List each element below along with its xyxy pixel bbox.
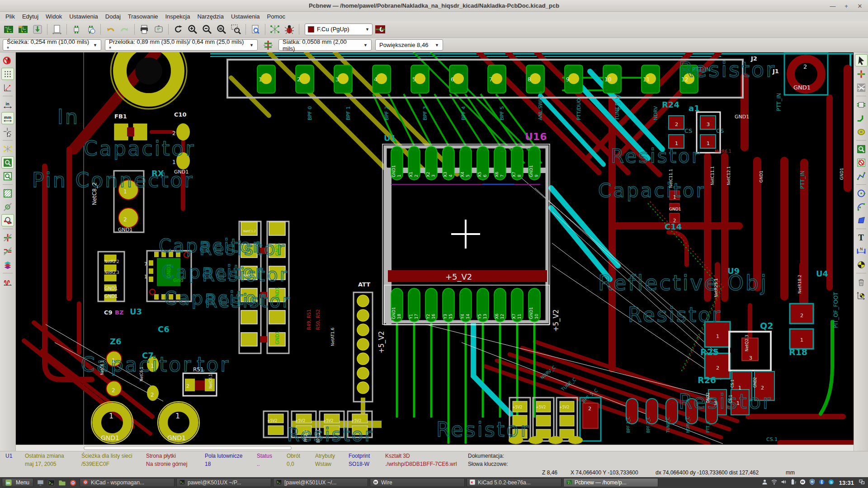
menu-trasowanie[interactable]: Trasowanie (124, 13, 162, 20)
pcb-text: 7 (489, 76, 493, 83)
drill-origin-icon[interactable] (855, 289, 868, 301)
menu-ustawienia[interactable]: Ustawienia (227, 13, 264, 20)
zones-nofill-icon[interactable] (1, 187, 14, 199)
redo-icon[interactable] (118, 23, 132, 36)
tracks-sketch-icon[interactable] (1, 245, 14, 257)
volume-icon[interactable] (780, 479, 787, 487)
zones-filled-icon[interactable] (1, 156, 14, 169)
pcb-canvas[interactable]: ResistorResistorCapacitorReflective ObjR… (16, 52, 854, 445)
polar-coords-icon[interactable] (1, 81, 14, 94)
battery-icon[interactable] (790, 479, 797, 487)
menu-narzdzia[interactable]: Narzędzia (193, 13, 227, 20)
svg-text:S: S (830, 480, 833, 484)
redraw-icon[interactable] (171, 23, 185, 36)
add-keepout-icon[interactable] (855, 156, 868, 169)
add-via-icon[interactable] (855, 126, 868, 138)
layers-manager-icon[interactable] (1, 258, 14, 271)
zoom-fit-icon[interactable] (215, 23, 228, 36)
add-graphic-line-icon[interactable] (855, 170, 868, 182)
zoom-select[interactable]: Powiększenie 8,46 ▼ (375, 39, 443, 51)
add-graphic-polygon-icon[interactable] (855, 214, 868, 226)
task-button[interactable]: [pawel@K501UX ~/... (273, 478, 368, 487)
menu-plik[interactable]: Plik (2, 13, 19, 20)
select-tool-icon[interactable] (855, 54, 868, 66)
add-zone-icon[interactable] (855, 143, 868, 155)
footprint-wizard-icon[interactable] (373, 23, 387, 36)
add-graphic-arc-icon[interactable] (855, 201, 868, 213)
drc-off-icon[interactable] (1, 54, 14, 66)
cursor-style-icon[interactable] (1, 126, 14, 138)
menu-pomoc[interactable]: Pomoc (264, 13, 289, 20)
add-text-icon[interactable]: T (855, 231, 868, 244)
zoom-selection-icon[interactable] (229, 23, 243, 36)
high-contrast-icon[interactable] (1, 214, 14, 226)
add-dimension-icon[interactable]: N (855, 245, 868, 257)
workspace-icon[interactable] (859, 479, 865, 487)
units-mm-icon[interactable]: mm (1, 112, 14, 124)
zones-outline-icon[interactable] (1, 170, 14, 182)
zoom-out-icon[interactable] (200, 23, 214, 36)
zoom-in-icon[interactable] (186, 23, 199, 36)
ratsnest-show-icon[interactable] (1, 143, 14, 155)
titlebar[interactable]: Pcbnew — /home/pawel/Pobrane/Nakladka_na… (0, 0, 868, 12)
shield-icon[interactable] (809, 479, 816, 487)
via-size-value: Przelotka: 0,89 mm (35,0 mils)/ 0,64 mm … (109, 38, 246, 52)
vias-sketch-icon[interactable] (1, 231, 14, 244)
menu-ustawienia[interactable]: Ustawienia (66, 13, 102, 20)
footprint-editor-icon[interactable] (70, 23, 83, 36)
highlight-net-icon[interactable] (855, 68, 868, 80)
undo-icon[interactable] (104, 23, 117, 36)
close-button[interactable]: ✕ (856, 3, 863, 9)
add-graphic-circle-icon[interactable] (855, 187, 868, 199)
menu-inspekcja[interactable]: Inspekcja (162, 13, 194, 20)
grid-show-icon[interactable] (1, 68, 14, 80)
page-settings-icon[interactable] (50, 23, 64, 36)
wire-tray-icon[interactable]: W (799, 479, 806, 487)
minimize-button[interactable]: — (829, 3, 836, 9)
task-button[interactable]: pawel@K501UX ~/P... (176, 478, 271, 487)
grid-select[interactable]: Siatka: 0,0508 mm (2,00 mils) ▼ (278, 39, 372, 51)
terminal-icon[interactable] (46, 478, 56, 487)
scrollbar-thumb[interactable] (84, 446, 292, 450)
delete-tool-icon[interactable] (855, 276, 868, 288)
maximize-button[interactable]: + (843, 3, 850, 9)
microwave-tools-icon[interactable] (1, 276, 14, 288)
task-button[interactable]: KiCad - wspomagan... (80, 478, 175, 487)
units-inches-icon[interactable]: in (1, 99, 14, 111)
user-icon[interactable] (761, 479, 768, 487)
menu-button[interactable]: lm Menu (2, 478, 33, 487)
task-button[interactable]: Pcbnew — /home/p... (563, 478, 658, 487)
pcb-text: 10 (604, 76, 611, 83)
status-field-label: Kształt 3D (385, 453, 410, 459)
footprint-viewer-icon[interactable] (84, 23, 98, 36)
save-board-icon[interactable] (31, 23, 44, 36)
print-icon[interactable] (137, 23, 151, 36)
menu-dodaj[interactable]: Dodaj (102, 13, 124, 20)
desktop-icon[interactable] (35, 478, 45, 487)
find-icon[interactable] (249, 23, 262, 36)
track-width-select[interactable]: Ścieżka: 0,254 mm (10,00 mils) * ▼ (3, 39, 101, 51)
route-tracks-icon[interactable] (855, 112, 868, 124)
via-size-select[interactable]: Przelotka: 0,89 mm (35,0 mils)/ 0,64 mm … (105, 39, 258, 51)
ratsnest-icon[interactable] (268, 23, 282, 36)
chrome-icon[interactable] (68, 478, 78, 487)
drc-icon[interactable] (283, 23, 296, 36)
ratsnest-hide-icon[interactable] (1, 201, 14, 213)
task-button[interactable]: WWire (370, 478, 465, 487)
bluetooth-icon[interactable] (818, 479, 825, 487)
local-ratsnest-icon[interactable] (855, 81, 868, 94)
task-button[interactable]: KKiCad 5.0.2-bee76a... (467, 478, 561, 487)
files-icon[interactable] (57, 478, 67, 487)
add-footprint-icon[interactable] (855, 99, 868, 111)
menu-widok[interactable]: Widok (42, 13, 66, 20)
layer-selector[interactable]: F.Cu (PgUp)▼ (305, 23, 373, 35)
add-target-icon[interactable] (855, 258, 868, 271)
new-board-icon[interactable] (2, 23, 15, 36)
menu-edytuj[interactable]: Edytuj (19, 13, 42, 20)
open-board-icon[interactable] (16, 23, 30, 36)
plot-icon[interactable] (152, 23, 165, 36)
auto-track-width-icon[interactable] (261, 38, 275, 52)
wifi-icon[interactable] (771, 479, 778, 487)
horizontal-scrollbar[interactable] (16, 445, 854, 451)
skype-icon[interactable]: S (828, 479, 835, 487)
